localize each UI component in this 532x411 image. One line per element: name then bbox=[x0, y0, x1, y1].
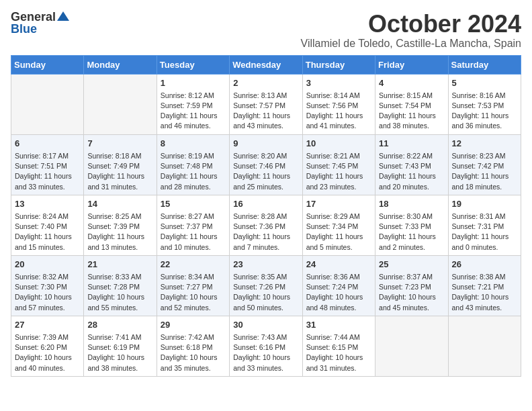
day-number: 28 bbox=[87, 319, 152, 331]
col-header-tuesday: Tuesday bbox=[157, 55, 229, 74]
day-cell: 17Sunrise: 8:29 AMSunset: 7:34 PMDayligh… bbox=[302, 195, 375, 255]
day-detail: Sunrise: 8:37 AMSunset: 7:23 PMDaylight:… bbox=[379, 272, 444, 313]
day-number: 20 bbox=[15, 259, 80, 271]
day-cell: 2Sunrise: 8:13 AMSunset: 7:57 PMDaylight… bbox=[230, 74, 302, 134]
day-number: 7 bbox=[87, 138, 152, 150]
day-cell: 7Sunrise: 8:18 AMSunset: 7:49 PMDaylight… bbox=[84, 134, 157, 195]
day-detail: Sunrise: 8:23 AMSunset: 7:42 PMDaylight:… bbox=[452, 151, 517, 192]
col-header-wednesday: Wednesday bbox=[230, 55, 302, 74]
day-number: 24 bbox=[306, 259, 371, 271]
day-cell bbox=[84, 74, 157, 134]
col-header-sunday: Sunday bbox=[11, 55, 84, 74]
day-cell: 31Sunrise: 7:44 AMSunset: 6:15 PMDayligh… bbox=[302, 316, 375, 376]
day-number: 6 bbox=[15, 138, 80, 150]
day-cell: 4Sunrise: 8:15 AMSunset: 7:54 PMDaylight… bbox=[375, 74, 448, 134]
day-number: 31 bbox=[306, 319, 371, 331]
day-number: 9 bbox=[233, 138, 298, 150]
day-detail: Sunrise: 7:42 AMSunset: 6:18 PMDaylight:… bbox=[161, 332, 226, 373]
location-title: Villamiel de Toledo, Castille-La Mancha,… bbox=[301, 38, 521, 50]
day-cell: 13Sunrise: 8:24 AMSunset: 7:40 PMDayligh… bbox=[11, 195, 84, 255]
week-row-3: 13Sunrise: 8:24 AMSunset: 7:40 PMDayligh… bbox=[11, 195, 521, 255]
day-detail: Sunrise: 8:32 AMSunset: 7:30 PMDaylight:… bbox=[15, 272, 80, 313]
day-number: 3 bbox=[306, 77, 371, 89]
day-detail: Sunrise: 8:15 AMSunset: 7:54 PMDaylight:… bbox=[379, 91, 444, 132]
day-detail: Sunrise: 8:38 AMSunset: 7:21 PMDaylight:… bbox=[452, 272, 517, 313]
day-cell: 11Sunrise: 8:22 AMSunset: 7:43 PMDayligh… bbox=[375, 134, 448, 195]
day-cell: 15Sunrise: 8:27 AMSunset: 7:37 PMDayligh… bbox=[157, 195, 229, 255]
day-cell: 9Sunrise: 8:20 AMSunset: 7:46 PMDaylight… bbox=[230, 134, 302, 195]
day-cell: 14Sunrise: 8:25 AMSunset: 7:39 PMDayligh… bbox=[84, 195, 157, 255]
day-number: 17 bbox=[306, 198, 371, 210]
day-number: 18 bbox=[379, 198, 444, 210]
day-cell: 8Sunrise: 8:19 AMSunset: 7:48 PMDaylight… bbox=[157, 134, 229, 195]
day-cell bbox=[375, 316, 448, 376]
day-detail: Sunrise: 8:20 AMSunset: 7:46 PMDaylight:… bbox=[233, 151, 298, 192]
day-detail: Sunrise: 8:34 AMSunset: 7:27 PMDaylight:… bbox=[161, 272, 226, 313]
svg-marker-0 bbox=[57, 11, 69, 21]
day-detail: Sunrise: 8:18 AMSunset: 7:49 PMDaylight:… bbox=[87, 151, 152, 192]
day-detail: Sunrise: 7:44 AMSunset: 6:15 PMDaylight:… bbox=[306, 332, 371, 373]
logo: General Blue bbox=[11, 11, 69, 35]
day-cell bbox=[11, 74, 84, 134]
day-cell: 25Sunrise: 8:37 AMSunset: 7:23 PMDayligh… bbox=[375, 255, 448, 316]
day-number: 13 bbox=[15, 198, 80, 210]
day-number: 1 bbox=[161, 77, 226, 89]
day-cell: 29Sunrise: 7:42 AMSunset: 6:18 PMDayligh… bbox=[157, 316, 229, 376]
day-detail: Sunrise: 8:33 AMSunset: 7:28 PMDaylight:… bbox=[87, 272, 152, 313]
col-header-saturday: Saturday bbox=[448, 55, 521, 74]
header-row: SundayMondayTuesdayWednesdayThursdayFrid… bbox=[11, 55, 521, 74]
day-cell: 20Sunrise: 8:32 AMSunset: 7:30 PMDayligh… bbox=[11, 255, 84, 316]
day-number: 4 bbox=[379, 77, 444, 89]
day-number: 19 bbox=[452, 198, 517, 210]
day-cell: 10Sunrise: 8:21 AMSunset: 7:45 PMDayligh… bbox=[302, 134, 375, 195]
day-cell: 12Sunrise: 8:23 AMSunset: 7:42 PMDayligh… bbox=[448, 134, 521, 195]
day-number: 14 bbox=[87, 198, 152, 210]
day-number: 8 bbox=[161, 138, 226, 150]
day-number: 23 bbox=[233, 259, 298, 271]
day-cell bbox=[448, 316, 521, 376]
month-title: October 2024 bbox=[301, 11, 521, 38]
day-detail: Sunrise: 7:41 AMSunset: 6:19 PMDaylight:… bbox=[87, 332, 152, 373]
day-detail: Sunrise: 8:12 AMSunset: 7:59 PMDaylight:… bbox=[161, 91, 226, 132]
day-detail: Sunrise: 8:35 AMSunset: 7:26 PMDaylight:… bbox=[233, 272, 298, 313]
week-row-5: 27Sunrise: 7:39 AMSunset: 6:20 PMDayligh… bbox=[11, 316, 521, 376]
day-number: 21 bbox=[87, 259, 152, 271]
day-cell: 27Sunrise: 7:39 AMSunset: 6:20 PMDayligh… bbox=[11, 316, 84, 376]
day-number: 11 bbox=[379, 138, 444, 150]
calendar-table: SundayMondayTuesdayWednesdayThursdayFrid… bbox=[11, 55, 521, 377]
logo-general: General bbox=[11, 11, 56, 23]
col-header-monday: Monday bbox=[84, 55, 157, 74]
day-detail: Sunrise: 8:13 AMSunset: 7:57 PMDaylight:… bbox=[233, 91, 298, 132]
day-cell: 30Sunrise: 7:43 AMSunset: 6:16 PMDayligh… bbox=[230, 316, 302, 376]
day-cell: 23Sunrise: 8:35 AMSunset: 7:26 PMDayligh… bbox=[230, 255, 302, 316]
day-number: 10 bbox=[306, 138, 371, 150]
day-detail: Sunrise: 8:21 AMSunset: 7:45 PMDaylight:… bbox=[306, 151, 371, 192]
day-detail: Sunrise: 8:25 AMSunset: 7:39 PMDaylight:… bbox=[87, 212, 152, 253]
day-detail: Sunrise: 8:28 AMSunset: 7:36 PMDaylight:… bbox=[233, 212, 298, 253]
day-number: 2 bbox=[233, 77, 298, 89]
col-header-thursday: Thursday bbox=[302, 55, 375, 74]
day-detail: Sunrise: 8:36 AMSunset: 7:24 PMDaylight:… bbox=[306, 272, 371, 313]
day-cell: 1Sunrise: 8:12 AMSunset: 7:59 PMDaylight… bbox=[157, 74, 229, 134]
day-detail: Sunrise: 8:29 AMSunset: 7:34 PMDaylight:… bbox=[306, 212, 371, 253]
day-detail: Sunrise: 8:30 AMSunset: 7:33 PMDaylight:… bbox=[379, 212, 444, 253]
week-row-1: 1Sunrise: 8:12 AMSunset: 7:59 PMDaylight… bbox=[11, 74, 521, 134]
day-detail: Sunrise: 8:22 AMSunset: 7:43 PMDaylight:… bbox=[379, 151, 444, 192]
day-detail: Sunrise: 8:17 AMSunset: 7:51 PMDaylight:… bbox=[15, 151, 80, 192]
day-number: 15 bbox=[161, 198, 226, 210]
logo-blue: Blue bbox=[11, 23, 37, 35]
day-number: 30 bbox=[233, 319, 298, 331]
day-cell: 16Sunrise: 8:28 AMSunset: 7:36 PMDayligh… bbox=[230, 195, 302, 255]
day-number: 12 bbox=[452, 138, 517, 150]
day-cell: 19Sunrise: 8:31 AMSunset: 7:31 PMDayligh… bbox=[448, 195, 521, 255]
day-number: 22 bbox=[161, 259, 226, 271]
day-number: 27 bbox=[15, 319, 80, 331]
day-detail: Sunrise: 8:16 AMSunset: 7:53 PMDaylight:… bbox=[452, 91, 517, 132]
day-number: 5 bbox=[452, 77, 517, 89]
day-detail: Sunrise: 7:39 AMSunset: 6:20 PMDaylight:… bbox=[15, 332, 80, 373]
day-cell: 24Sunrise: 8:36 AMSunset: 7:24 PMDayligh… bbox=[302, 255, 375, 316]
week-row-4: 20Sunrise: 8:32 AMSunset: 7:30 PMDayligh… bbox=[11, 255, 521, 316]
logo-icon bbox=[57, 10, 69, 22]
week-row-2: 6Sunrise: 8:17 AMSunset: 7:51 PMDaylight… bbox=[11, 134, 521, 195]
day-cell: 5Sunrise: 8:16 AMSunset: 7:53 PMDaylight… bbox=[448, 74, 521, 134]
